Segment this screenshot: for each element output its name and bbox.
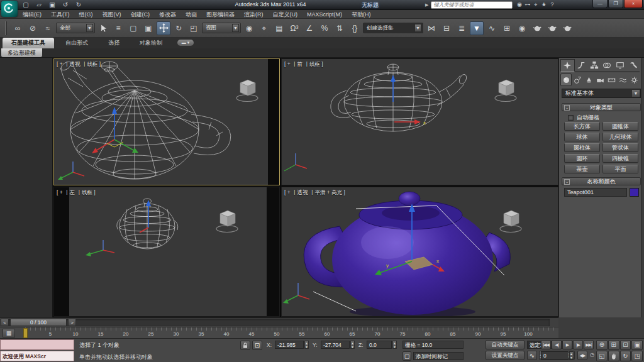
- layer-manager-icon[interactable]: ≣: [455, 21, 469, 35]
- align-icon[interactable]: ⊟: [440, 21, 453, 35]
- favorites-icon[interactable]: ★: [540, 1, 548, 8]
- keyboard-override-icon[interactable]: ▤: [272, 21, 286, 35]
- select-by-name-icon[interactable]: ≡: [111, 21, 125, 35]
- primitive-button-6[interactable]: 圆环: [564, 154, 600, 163]
- primitive-button-8[interactable]: 茶壶: [564, 165, 600, 173]
- absolute-mode-icon[interactable]: ⊡: [252, 341, 262, 350]
- hierarchy-tab-icon[interactable]: [587, 59, 601, 72]
- rectangular-selection-region-icon[interactable]: ▢: [126, 21, 140, 35]
- go-to-start-icon[interactable]: |◀◀: [541, 340, 551, 349]
- name-color-rollout-header[interactable]: - 名称和颜色: [562, 177, 641, 185]
- primitive-button-9[interactable]: 平面: [602, 165, 638, 173]
- application-menu-button[interactable]: [1, 1, 18, 17]
- zoom-region-icon[interactable]: ◱: [596, 351, 608, 362]
- primitive-category-dropdown[interactable]: 标准基本体 ▼: [562, 89, 641, 98]
- command-panel-scrollbar[interactable]: [641, 58, 644, 317]
- maximize-viewport-toggle-icon[interactable]: ◳: [631, 351, 643, 362]
- ribbon-tab-0[interactable]: 石墨建模工具: [3, 38, 54, 48]
- open-mini-curve-editor-icon[interactable]: ▦: [3, 329, 15, 337]
- primitive-button-7[interactable]: 四棱锥: [602, 154, 638, 163]
- close-button[interactable]: ×: [624, 0, 643, 8]
- bind-to-space-warp-icon[interactable]: ≈: [41, 21, 55, 35]
- use-pivot-center-icon[interactable]: ◉: [242, 21, 256, 35]
- time-slider-handle[interactable]: 0 / 100: [10, 319, 67, 326]
- frame-spinner[interactable]: ▲▼: [569, 351, 574, 359]
- ribbon-tab-2[interactable]: 选择: [99, 38, 128, 48]
- primitive-button-0[interactable]: 长方体: [564, 122, 600, 131]
- ribbon-tab-3[interactable]: 对象绘制: [131, 38, 171, 48]
- add-time-tag[interactable]: 添加时间标记: [413, 352, 464, 360]
- maximize-button[interactable]: ❐: [608, 0, 623, 8]
- select-and-link-icon[interactable]: ∞: [11, 21, 25, 35]
- render-setup-icon[interactable]: [530, 21, 544, 35]
- modify-tab-icon[interactable]: [575, 59, 588, 72]
- maxscript-listener-line[interactable]: 欢迎使用 MAXScr: [0, 351, 74, 361]
- rendered-frame-window-icon[interactable]: [545, 21, 559, 35]
- next-frame-arrow[interactable]: >: [68, 319, 76, 326]
- key-mode-toggle-icon[interactable]: ◀▶: [577, 351, 587, 360]
- viewport-label[interactable]: [ + 〡透视 〡线框 ]: [57, 61, 101, 69]
- time-configuration-icon[interactable]: ◷: [589, 351, 595, 360]
- time-slider-track[interactable]: [9, 319, 550, 326]
- help-icon[interactable]: ?: [548, 1, 556, 8]
- object-name-field[interactable]: Teapot001: [564, 188, 627, 197]
- menu-item-1[interactable]: 工具(T): [51, 11, 70, 19]
- motion-tab-icon[interactable]: [601, 59, 614, 72]
- previous-frame-icon[interactable]: ◀|: [552, 340, 562, 349]
- go-to-end-icon[interactable]: ▶▶|: [584, 340, 594, 349]
- select-and-manipulate-icon[interactable]: ⌖: [257, 21, 271, 35]
- object-type-rollout-header[interactable]: - 对象类型: [562, 103, 641, 111]
- viewport-label[interactable]: [ + 〡前 〡线框 ]: [284, 61, 323, 69]
- viewport-label[interactable]: [ + 〡透视 〡平滑 + 高光 ]: [284, 189, 345, 197]
- orbit-icon[interactable]: ↻: [620, 351, 631, 362]
- unlink-selection-icon[interactable]: ⊘: [26, 21, 40, 35]
- geometry-category-icon[interactable]: [560, 74, 572, 86]
- open-file-icon[interactable]: ▱: [35, 1, 43, 9]
- menu-item-0[interactable]: 编辑(E): [23, 11, 42, 19]
- previous-frame-arrow[interactable]: <: [1, 319, 9, 326]
- menu-item-4[interactable]: 创建(C): [131, 11, 150, 19]
- y-coordinate-field[interactable]: -27.704: [321, 341, 350, 349]
- angle-snap-icon[interactable]: ∠: [303, 21, 316, 35]
- time-tag-icon[interactable]: ▢: [402, 351, 411, 361]
- selection-lock-icon[interactable]: [240, 341, 250, 350]
- key-icon[interactable]: ⊶: [523, 1, 531, 8]
- quick-render-icon[interactable]: [560, 21, 574, 35]
- viewcube[interactable]: [213, 207, 242, 236]
- material-editor-icon[interactable]: ◉: [515, 21, 529, 35]
- viewcube[interactable]: [491, 77, 520, 106]
- edit-named-sets-icon[interactable]: {}: [348, 21, 362, 35]
- zoom-extents-icon[interactable]: ⊡: [620, 340, 631, 350]
- graphite-ribbon-toggle-icon[interactable]: ▼: [470, 21, 484, 35]
- maxscript-mini-listener[interactable]: [0, 339, 74, 350]
- named-sets-dropdown[interactable]: 创建选择集▼: [363, 23, 423, 33]
- viewport-top-left[interactable]: [ + 〡透视 〡线框 ]: [53, 58, 280, 185]
- menu-item-11[interactable]: 帮助(H): [352, 11, 371, 19]
- create-tab-icon[interactable]: [560, 59, 575, 72]
- primitive-button-4[interactable]: 圆柱体: [564, 143, 600, 152]
- search-find-icon[interactable]: ◉: [515, 1, 523, 8]
- set-key-button[interactable]: 设置关键点: [486, 351, 525, 360]
- selection-filter-dropdown[interactable]: 全部▼: [56, 23, 95, 33]
- z-coordinate-field[interactable]: 0.0: [367, 341, 392, 349]
- menu-item-7[interactable]: 图形编辑器: [206, 11, 235, 19]
- search-caret-icon[interactable]: ▶: [425, 3, 428, 8]
- spacewarps-category-icon[interactable]: [617, 74, 628, 86]
- window-crossing-icon[interactable]: ▣: [142, 21, 155, 35]
- minimize-button[interactable]: —: [592, 0, 608, 8]
- viewcube[interactable]: [496, 207, 525, 236]
- schematic-view-icon[interactable]: ⊞: [500, 21, 514, 35]
- curve-editor-icon[interactable]: ∿: [485, 21, 499, 35]
- autogrid-checkbox[interactable]: [568, 115, 574, 121]
- object-color-swatch[interactable]: [630, 188, 639, 197]
- ribbon-tab-1[interactable]: 自由形式: [57, 38, 97, 48]
- select-object-icon[interactable]: [96, 21, 110, 35]
- zoom-icon[interactable]: ⊕: [596, 340, 608, 350]
- y-spinner[interactable]: ▲▼: [350, 341, 355, 349]
- spinner-snap-icon[interactable]: ⇅: [333, 21, 347, 35]
- viewport-bottom-right[interactable]: y x [ + 〡透视 〡平滑 + 高光 ]: [281, 187, 558, 317]
- viewport-bottom-left[interactable]: [ + 〡左 〡线框 ]: [53, 187, 280, 317]
- search-input[interactable]: [431, 1, 513, 9]
- current-frame-marker[interactable]: [23, 328, 28, 338]
- track-bar-ruler[interactable]: 0510152025303540455055606570758085909510…: [20, 327, 555, 339]
